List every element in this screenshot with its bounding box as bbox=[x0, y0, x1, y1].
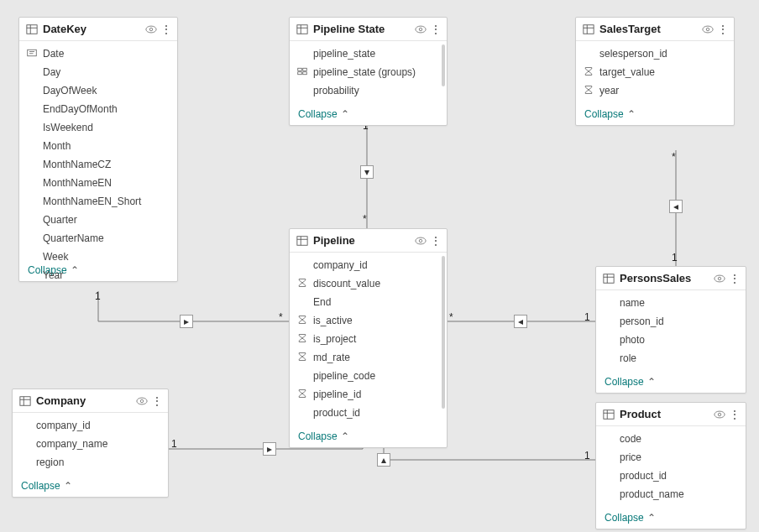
table-header[interactable]: PersonsSales ⋮ bbox=[596, 267, 746, 290]
table-icon bbox=[583, 23, 594, 35]
field-name: pipeline_code bbox=[313, 369, 375, 383]
svg-rect-25 bbox=[303, 72, 307, 75]
collapse-button[interactable]: Collapse ⌃ bbox=[576, 103, 734, 125]
field-row[interactable]: QuarterName bbox=[19, 229, 177, 248]
table-company[interactable]: Company ⋮ company_idcompany_nameregion C… bbox=[12, 389, 169, 498]
collapse-label: Collapse bbox=[584, 108, 624, 120]
field-row[interactable]: Date bbox=[19, 44, 177, 63]
field-row[interactable]: product_name bbox=[596, 485, 746, 503]
field-name: product_name bbox=[620, 488, 684, 501]
field-row[interactable]: md_rate bbox=[290, 348, 447, 367]
more-options-icon[interactable]: ⋮ bbox=[730, 273, 739, 284]
collapse-button[interactable]: Collapse ⌃ bbox=[596, 371, 746, 393]
table-header[interactable]: Pipeline ⋮ bbox=[290, 229, 447, 253]
more-options-icon[interactable]: ⋮ bbox=[432, 235, 440, 247]
visibility-icon[interactable] bbox=[145, 23, 157, 35]
field-row[interactable]: Week bbox=[19, 248, 177, 266]
field-row[interactable]: probability bbox=[290, 81, 447, 100]
visibility-icon[interactable] bbox=[136, 395, 148, 407]
field-row[interactable]: company_name bbox=[13, 435, 168, 453]
collapse-button[interactable]: Collapse ⌃ bbox=[13, 475, 168, 497]
table-personssales[interactable]: PersonsSales ⋮ nameperson_idphotorole Co… bbox=[595, 266, 746, 394]
filter-direction-icon: ◂ bbox=[669, 200, 683, 213]
field-row[interactable]: MonthNameEN bbox=[19, 174, 177, 192]
table-datekey[interactable]: DateKey ⋮ DateDayDayOfWeekEndDayOfMonthI… bbox=[18, 17, 178, 282]
visibility-icon[interactable] bbox=[702, 23, 714, 35]
svg-point-29 bbox=[703, 26, 713, 33]
table-salestarget[interactable]: SalesTarget ⋮ selesperson_idtarget_value… bbox=[575, 17, 735, 126]
collapse-button[interactable]: Collapse ⌃ bbox=[290, 103, 447, 125]
field-list: selesperson_idtarget_valueyear bbox=[576, 41, 734, 103]
field-row[interactable]: photo bbox=[596, 331, 746, 349]
field-row[interactable]: product_id bbox=[290, 404, 447, 422]
field-name: md_rate bbox=[313, 351, 350, 364]
table-header[interactable]: SalesTarget ⋮ bbox=[576, 18, 734, 41]
visibility-icon[interactable] bbox=[415, 23, 427, 35]
field-row[interactable]: year bbox=[576, 81, 734, 100]
field-row[interactable]: Quarter bbox=[19, 211, 177, 229]
field-name: Date bbox=[43, 47, 64, 60]
field-row[interactable]: Month bbox=[19, 137, 177, 155]
field-row[interactable]: role bbox=[596, 349, 746, 368]
field-row[interactable]: pipeline_state (groups) bbox=[290, 63, 447, 81]
field-name: is_project bbox=[313, 332, 356, 346]
table-icon bbox=[26, 23, 38, 35]
field-row[interactable]: Day bbox=[19, 63, 177, 81]
collapse-button[interactable]: Collapse ⌃ bbox=[290, 425, 447, 447]
chevron-up-icon: ⌃ bbox=[647, 376, 656, 388]
more-options-icon[interactable]: ⋮ bbox=[432, 23, 440, 35]
field-row[interactable]: discount_value bbox=[290, 274, 447, 293]
field-row[interactable]: selesperson_id bbox=[576, 44, 734, 63]
svg-rect-41 bbox=[20, 396, 30, 405]
more-options-icon[interactable]: ⋮ bbox=[719, 23, 727, 35]
field-row[interactable]: pipeline_id bbox=[290, 385, 447, 404]
more-options-icon[interactable]: ⋮ bbox=[730, 409, 739, 420]
field-name: photo bbox=[620, 333, 645, 347]
field-row[interactable]: pipeline_state bbox=[290, 44, 447, 63]
field-row[interactable]: Year bbox=[19, 266, 177, 284]
field-row[interactable]: company_id bbox=[13, 416, 168, 435]
field-row[interactable]: product_id bbox=[596, 467, 746, 485]
field-row[interactable]: MonthNameCZ bbox=[19, 155, 177, 174]
field-row[interactable]: person_id bbox=[596, 312, 746, 331]
more-options-icon[interactable]: ⋮ bbox=[153, 395, 161, 407]
table-header[interactable]: Pipeline State ⋮ bbox=[290, 18, 447, 41]
collapse-label: Collapse bbox=[298, 430, 338, 442]
field-row[interactable]: price bbox=[596, 448, 746, 467]
table-product[interactable]: Product ⋮ codepriceproduct_idproduct_nam… bbox=[595, 402, 746, 529]
field-row[interactable]: is_project bbox=[290, 330, 447, 348]
table-header[interactable]: Company ⋮ bbox=[13, 389, 168, 413]
field-name: Quarter bbox=[43, 213, 77, 227]
field-row[interactable]: DayOfWeek bbox=[19, 81, 177, 100]
cardinality-label: * bbox=[672, 151, 676, 163]
field-row[interactable]: MonthNameEN_Short bbox=[19, 192, 177, 211]
more-options-icon[interactable]: ⋮ bbox=[162, 23, 170, 35]
table-pipelinestate[interactable]: Pipeline State ⋮ pipeline_statepipeline_… bbox=[289, 17, 448, 126]
field-row[interactable]: code bbox=[596, 430, 746, 448]
field-name: Year bbox=[43, 269, 63, 282]
field-row[interactable]: region bbox=[13, 453, 168, 472]
field-row[interactable]: company_id bbox=[290, 256, 447, 274]
field-row[interactable]: IsWeekend bbox=[19, 118, 177, 137]
field-row[interactable]: EndDayOfMonth bbox=[19, 100, 177, 118]
filter-direction-icon: ▾ bbox=[360, 165, 374, 179]
field-name: pipeline_id bbox=[313, 388, 361, 401]
table-header[interactable]: DateKey ⋮ bbox=[19, 18, 177, 41]
visibility-icon[interactable] bbox=[714, 409, 725, 420]
field-row[interactable]: target_value bbox=[576, 63, 734, 81]
table-header[interactable]: Product ⋮ bbox=[596, 403, 746, 426]
field-row[interactable]: End bbox=[290, 293, 447, 311]
table-icon bbox=[19, 395, 31, 407]
table-title: Pipeline State bbox=[313, 23, 410, 35]
field-row[interactable]: pipeline_code bbox=[290, 367, 447, 385]
svg-rect-46 bbox=[604, 409, 614, 419]
svg-rect-31 bbox=[297, 236, 307, 245]
field-row[interactable]: name bbox=[596, 294, 746, 312]
visibility-icon[interactable] bbox=[415, 235, 427, 247]
field-row[interactable]: is_active bbox=[290, 311, 447, 330]
collapse-button[interactable]: Collapse ⌃ bbox=[596, 507, 746, 529]
field-name: discount_value bbox=[313, 277, 380, 290]
field-name: EndDayOfMonth bbox=[43, 102, 118, 116]
visibility-icon[interactable] bbox=[714, 273, 725, 284]
table-pipeline[interactable]: Pipeline ⋮ company_iddiscount_valueEndis… bbox=[289, 228, 448, 448]
